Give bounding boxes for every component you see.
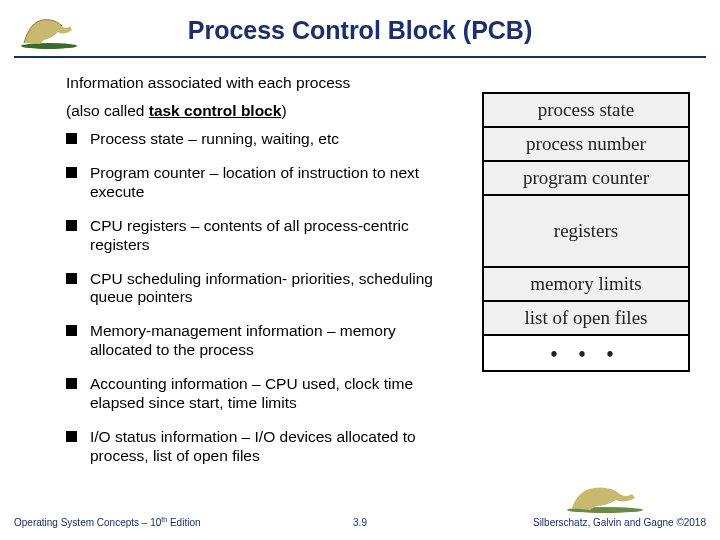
diagram-row-memory-limits: memory limits xyxy=(484,268,688,302)
intro-line-2: (also called task control block) xyxy=(66,102,287,120)
bullet-item: CPU scheduling information- priorities, … xyxy=(66,270,436,308)
bullet-item: Program counter – location of instructio… xyxy=(66,164,436,202)
bullet-item: Memory-management information – memory a… xyxy=(66,322,436,360)
task-control-block-term: task control block xyxy=(149,102,282,119)
bullet-item: Process state – running, waiting, etc xyxy=(66,130,436,149)
bullet-item: I/O status information – I/O devices all… xyxy=(66,428,436,466)
intro-suffix: ) xyxy=(281,102,286,119)
pcb-diagram: process state process number program cou… xyxy=(482,92,690,372)
footer-copyright: Silberschatz, Galvin and Gagne ©2018 xyxy=(533,517,706,528)
slide: Process Control Block (PCB) Information … xyxy=(0,0,720,540)
diagram-ellipsis: • • • xyxy=(484,336,688,370)
title-divider xyxy=(14,56,706,58)
dinosaur-footer-icon xyxy=(560,478,650,514)
diagram-row-process-state: process state xyxy=(484,94,688,128)
bullet-item: Accounting information – CPU used, clock… xyxy=(66,375,436,413)
intro-prefix: (also called xyxy=(66,102,149,119)
intro-line-1: Information associated with each process xyxy=(66,74,350,92)
diagram-row-open-files: list of open files xyxy=(484,302,688,336)
bullet-item: CPU registers – contents of all process-… xyxy=(66,217,436,255)
page-title: Process Control Block (PCB) xyxy=(0,16,720,45)
diagram-row-process-number: process number xyxy=(484,128,688,162)
bullet-list: Process state – running, waiting, etc Pr… xyxy=(66,130,436,481)
diagram-row-registers: registers xyxy=(484,196,688,268)
diagram-row-program-counter: program counter xyxy=(484,162,688,196)
